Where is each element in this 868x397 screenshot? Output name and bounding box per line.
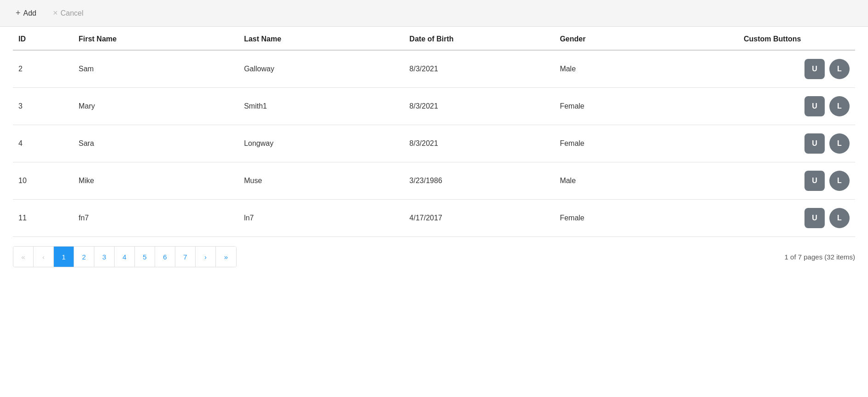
cell-id: 10 bbox=[13, 162, 73, 200]
table-row: 2SamGalloway8/3/2021MaleUL bbox=[13, 50, 855, 88]
table-row: 11fn7ln74/17/2017FemaleUL bbox=[13, 200, 855, 237]
btn-group: UL bbox=[695, 171, 850, 191]
pagination: « ‹ 1 2 3 4 5 6 7 › » bbox=[13, 246, 237, 267]
cell-gender: Female bbox=[554, 88, 689, 125]
cell-custom: UL bbox=[689, 125, 855, 162]
cell-gender: Female bbox=[554, 200, 689, 237]
cancel-icon: × bbox=[53, 8, 58, 18]
update-button[interactable]: U bbox=[804, 208, 825, 228]
cell-custom: UL bbox=[689, 50, 855, 88]
table-row: 3MarySmith18/3/2021FemaleUL bbox=[13, 88, 855, 125]
btn-group: UL bbox=[695, 96, 850, 116]
pagination-prev[interactable]: ‹ bbox=[34, 247, 54, 267]
delete-button[interactable]: L bbox=[829, 59, 850, 79]
btn-group: UL bbox=[695, 133, 850, 154]
add-label: Add bbox=[23, 9, 36, 17]
table-wrapper: ID First Name Last Name Date of Birth Ge… bbox=[0, 27, 868, 237]
main-container: + Add × Cancel ID First Name Last Name D… bbox=[0, 0, 868, 397]
pagination-info: 1 of 7 pages (32 items) bbox=[785, 253, 855, 261]
pagination-row: « ‹ 1 2 3 4 5 6 7 › » 1 of 7 pages (32 i… bbox=[0, 237, 868, 276]
pagination-first[interactable]: « bbox=[13, 247, 34, 267]
cell-id: 11 bbox=[13, 200, 73, 237]
update-button[interactable]: U bbox=[804, 133, 825, 154]
pagination-page-4[interactable]: 4 bbox=[115, 247, 135, 267]
update-button[interactable]: U bbox=[804, 171, 825, 191]
cancel-button[interactable]: × Cancel bbox=[50, 6, 86, 20]
cell-id: 2 bbox=[13, 50, 73, 88]
cell-custom: UL bbox=[689, 200, 855, 237]
cell-dob: 8/3/2021 bbox=[404, 125, 555, 162]
cell-gender: Male bbox=[554, 162, 689, 200]
cell-lastname: Smith1 bbox=[238, 88, 404, 125]
cell-firstname: Sara bbox=[73, 125, 238, 162]
col-header-gender: Gender bbox=[554, 27, 689, 50]
pagination-page-3[interactable]: 3 bbox=[94, 247, 115, 267]
pagination-page-1[interactable]: 1 bbox=[54, 247, 74, 267]
pagination-next[interactable]: › bbox=[196, 247, 216, 267]
col-header-lastname: Last Name bbox=[238, 27, 404, 50]
col-header-dob: Date of Birth bbox=[404, 27, 555, 50]
table-row: 4SaraLongway8/3/2021FemaleUL bbox=[13, 125, 855, 162]
pagination-last[interactable]: » bbox=[216, 247, 236, 267]
cell-dob: 4/17/2017 bbox=[404, 200, 555, 237]
toolbar: + Add × Cancel bbox=[0, 0, 868, 27]
cell-custom: UL bbox=[689, 88, 855, 125]
table-header-row: ID First Name Last Name Date of Birth Ge… bbox=[13, 27, 855, 50]
cancel-label: Cancel bbox=[61, 9, 84, 17]
cell-id: 4 bbox=[13, 125, 73, 162]
cell-lastname: ln7 bbox=[238, 200, 404, 237]
pagination-page-7[interactable]: 7 bbox=[175, 247, 196, 267]
cell-firstname: Mike bbox=[73, 162, 238, 200]
btn-group: UL bbox=[695, 208, 850, 228]
cell-firstname: fn7 bbox=[73, 200, 238, 237]
update-button[interactable]: U bbox=[804, 96, 825, 116]
table-row: 10MikeMuse3/23/1986MaleUL bbox=[13, 162, 855, 200]
delete-button[interactable]: L bbox=[829, 96, 850, 116]
delete-button[interactable]: L bbox=[829, 208, 850, 228]
cell-lastname: Muse bbox=[238, 162, 404, 200]
pagination-page-2[interactable]: 2 bbox=[74, 247, 94, 267]
cell-custom: UL bbox=[689, 162, 855, 200]
cell-dob: 8/3/2021 bbox=[404, 50, 555, 88]
add-button[interactable]: + Add bbox=[13, 6, 39, 20]
col-header-id: ID bbox=[13, 27, 73, 50]
cell-dob: 8/3/2021 bbox=[404, 88, 555, 125]
cell-firstname: Sam bbox=[73, 50, 238, 88]
data-table: ID First Name Last Name Date of Birth Ge… bbox=[13, 27, 855, 237]
add-icon: + bbox=[16, 8, 21, 18]
update-button[interactable]: U bbox=[804, 59, 825, 79]
col-header-firstname: First Name bbox=[73, 27, 238, 50]
delete-button[interactable]: L bbox=[829, 171, 850, 191]
cell-gender: Male bbox=[554, 50, 689, 88]
cell-gender: Female bbox=[554, 125, 689, 162]
cell-id: 3 bbox=[13, 88, 73, 125]
btn-group: UL bbox=[695, 59, 850, 79]
delete-button[interactable]: L bbox=[829, 133, 850, 154]
cell-lastname: Longway bbox=[238, 125, 404, 162]
col-header-custom: Custom Buttons bbox=[689, 27, 855, 50]
pagination-page-6[interactable]: 6 bbox=[155, 247, 175, 267]
cell-firstname: Mary bbox=[73, 88, 238, 125]
pagination-page-5[interactable]: 5 bbox=[135, 247, 155, 267]
cell-lastname: Galloway bbox=[238, 50, 404, 88]
cell-dob: 3/23/1986 bbox=[404, 162, 555, 200]
